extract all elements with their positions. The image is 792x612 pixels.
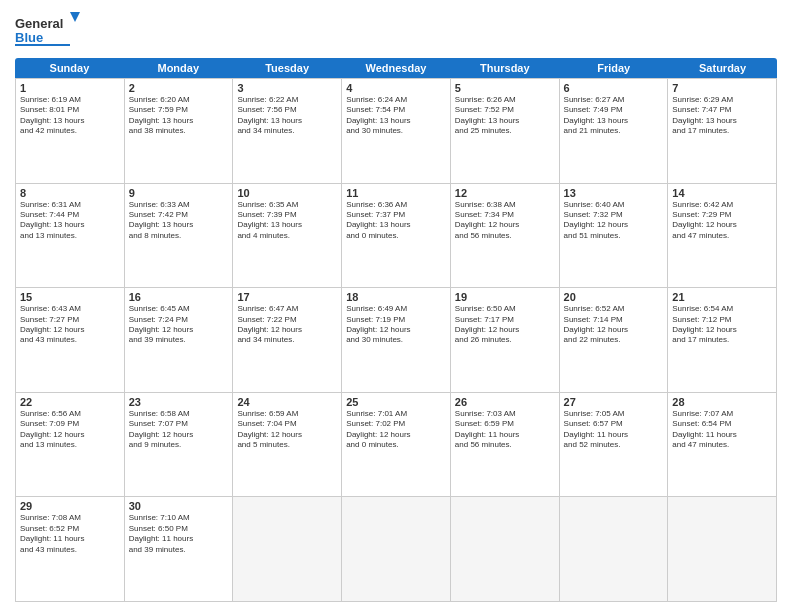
header-day-monday: Monday bbox=[124, 58, 233, 78]
cal-cell: 29Sunrise: 7:08 AMSunset: 6:52 PMDayligh… bbox=[16, 497, 125, 601]
cal-cell: 14Sunrise: 6:42 AMSunset: 7:29 PMDayligh… bbox=[668, 184, 777, 288]
day-number: 27 bbox=[564, 396, 664, 408]
cell-info: Sunrise: 6:50 AMSunset: 7:17 PMDaylight:… bbox=[455, 304, 555, 346]
day-number: 8 bbox=[20, 187, 120, 199]
day-number: 9 bbox=[129, 187, 229, 199]
cell-info: Sunrise: 6:47 AMSunset: 7:22 PMDaylight:… bbox=[237, 304, 337, 346]
logo: General Blue bbox=[15, 10, 95, 52]
cal-cell: 30Sunrise: 7:10 AMSunset: 6:50 PMDayligh… bbox=[125, 497, 234, 601]
cell-info: Sunrise: 6:33 AMSunset: 7:42 PMDaylight:… bbox=[129, 200, 229, 242]
cal-cell: 9Sunrise: 6:33 AMSunset: 7:42 PMDaylight… bbox=[125, 184, 234, 288]
cell-info: Sunrise: 6:43 AMSunset: 7:27 PMDaylight:… bbox=[20, 304, 120, 346]
cal-cell: 21Sunrise: 6:54 AMSunset: 7:12 PMDayligh… bbox=[668, 288, 777, 392]
cell-info: Sunrise: 6:45 AMSunset: 7:24 PMDaylight:… bbox=[129, 304, 229, 346]
cell-info: Sunrise: 6:36 AMSunset: 7:37 PMDaylight:… bbox=[346, 200, 446, 242]
cal-cell: 11Sunrise: 6:36 AMSunset: 7:37 PMDayligh… bbox=[342, 184, 451, 288]
cell-info: Sunrise: 7:01 AMSunset: 7:02 PMDaylight:… bbox=[346, 409, 446, 451]
cal-cell: 13Sunrise: 6:40 AMSunset: 7:32 PMDayligh… bbox=[560, 184, 669, 288]
cell-info: Sunrise: 7:07 AMSunset: 6:54 PMDaylight:… bbox=[672, 409, 772, 451]
calendar: SundayMondayTuesdayWednesdayThursdayFrid… bbox=[15, 58, 777, 602]
cell-info: Sunrise: 6:20 AMSunset: 7:59 PMDaylight:… bbox=[129, 95, 229, 137]
header-day-friday: Friday bbox=[559, 58, 668, 78]
day-number: 30 bbox=[129, 500, 229, 512]
cal-cell: 24Sunrise: 6:59 AMSunset: 7:04 PMDayligh… bbox=[233, 393, 342, 497]
day-number: 4 bbox=[346, 82, 446, 94]
cal-cell: 19Sunrise: 6:50 AMSunset: 7:17 PMDayligh… bbox=[451, 288, 560, 392]
cal-cell: 20Sunrise: 6:52 AMSunset: 7:14 PMDayligh… bbox=[560, 288, 669, 392]
cal-cell: 8Sunrise: 6:31 AMSunset: 7:44 PMDaylight… bbox=[16, 184, 125, 288]
cell-info: Sunrise: 6:49 AMSunset: 7:19 PMDaylight:… bbox=[346, 304, 446, 346]
cell-info: Sunrise: 6:42 AMSunset: 7:29 PMDaylight:… bbox=[672, 200, 772, 242]
cal-cell bbox=[233, 497, 342, 601]
page: General Blue SundayMondayTuesdayWednesda… bbox=[0, 0, 792, 612]
cell-info: Sunrise: 6:38 AMSunset: 7:34 PMDaylight:… bbox=[455, 200, 555, 242]
week-row-0: 1Sunrise: 6:19 AMSunset: 8:01 PMDaylight… bbox=[16, 78, 777, 183]
cell-info: Sunrise: 6:35 AMSunset: 7:39 PMDaylight:… bbox=[237, 200, 337, 242]
cal-cell: 7Sunrise: 6:29 AMSunset: 7:47 PMDaylight… bbox=[668, 79, 777, 183]
cell-info: Sunrise: 7:10 AMSunset: 6:50 PMDaylight:… bbox=[129, 513, 229, 555]
day-number: 20 bbox=[564, 291, 664, 303]
cal-cell bbox=[451, 497, 560, 601]
cell-info: Sunrise: 7:05 AMSunset: 6:57 PMDaylight:… bbox=[564, 409, 664, 451]
day-number: 3 bbox=[237, 82, 337, 94]
week-row-4: 29Sunrise: 7:08 AMSunset: 6:52 PMDayligh… bbox=[16, 496, 777, 601]
day-number: 17 bbox=[237, 291, 337, 303]
cell-info: Sunrise: 6:52 AMSunset: 7:14 PMDaylight:… bbox=[564, 304, 664, 346]
day-number: 18 bbox=[346, 291, 446, 303]
week-row-3: 22Sunrise: 6:56 AMSunset: 7:09 PMDayligh… bbox=[16, 392, 777, 497]
header: General Blue bbox=[15, 10, 777, 52]
cal-cell bbox=[668, 497, 777, 601]
cell-info: Sunrise: 6:26 AMSunset: 7:52 PMDaylight:… bbox=[455, 95, 555, 137]
cal-cell: 27Sunrise: 7:05 AMSunset: 6:57 PMDayligh… bbox=[560, 393, 669, 497]
week-row-2: 15Sunrise: 6:43 AMSunset: 7:27 PMDayligh… bbox=[16, 287, 777, 392]
day-number: 13 bbox=[564, 187, 664, 199]
cell-info: Sunrise: 7:03 AMSunset: 6:59 PMDaylight:… bbox=[455, 409, 555, 451]
header-day-sunday: Sunday bbox=[15, 58, 124, 78]
day-number: 6 bbox=[564, 82, 664, 94]
week-row-1: 8Sunrise: 6:31 AMSunset: 7:44 PMDaylight… bbox=[16, 183, 777, 288]
day-number: 26 bbox=[455, 396, 555, 408]
day-number: 19 bbox=[455, 291, 555, 303]
header-day-tuesday: Tuesday bbox=[233, 58, 342, 78]
svg-text:Blue: Blue bbox=[15, 30, 43, 45]
logo-svg: General Blue bbox=[15, 10, 95, 52]
cell-info: Sunrise: 6:31 AMSunset: 7:44 PMDaylight:… bbox=[20, 200, 120, 242]
day-number: 5 bbox=[455, 82, 555, 94]
day-number: 29 bbox=[20, 500, 120, 512]
cal-cell: 16Sunrise: 6:45 AMSunset: 7:24 PMDayligh… bbox=[125, 288, 234, 392]
cell-info: Sunrise: 6:56 AMSunset: 7:09 PMDaylight:… bbox=[20, 409, 120, 451]
cal-cell: 25Sunrise: 7:01 AMSunset: 7:02 PMDayligh… bbox=[342, 393, 451, 497]
cal-cell: 28Sunrise: 7:07 AMSunset: 6:54 PMDayligh… bbox=[668, 393, 777, 497]
cal-cell: 18Sunrise: 6:49 AMSunset: 7:19 PMDayligh… bbox=[342, 288, 451, 392]
cell-info: Sunrise: 6:58 AMSunset: 7:07 PMDaylight:… bbox=[129, 409, 229, 451]
cell-info: Sunrise: 6:54 AMSunset: 7:12 PMDaylight:… bbox=[672, 304, 772, 346]
cal-cell: 15Sunrise: 6:43 AMSunset: 7:27 PMDayligh… bbox=[16, 288, 125, 392]
cal-cell bbox=[560, 497, 669, 601]
cal-cell: 3Sunrise: 6:22 AMSunset: 7:56 PMDaylight… bbox=[233, 79, 342, 183]
calendar-header: SundayMondayTuesdayWednesdayThursdayFrid… bbox=[15, 58, 777, 78]
day-number: 12 bbox=[455, 187, 555, 199]
day-number: 15 bbox=[20, 291, 120, 303]
cell-info: Sunrise: 6:24 AMSunset: 7:54 PMDaylight:… bbox=[346, 95, 446, 137]
cell-info: Sunrise: 6:19 AMSunset: 8:01 PMDaylight:… bbox=[20, 95, 120, 137]
cal-cell bbox=[342, 497, 451, 601]
cal-cell: 1Sunrise: 6:19 AMSunset: 8:01 PMDaylight… bbox=[16, 79, 125, 183]
day-number: 11 bbox=[346, 187, 446, 199]
day-number: 21 bbox=[672, 291, 772, 303]
cal-cell: 26Sunrise: 7:03 AMSunset: 6:59 PMDayligh… bbox=[451, 393, 560, 497]
day-number: 10 bbox=[237, 187, 337, 199]
cell-info: Sunrise: 6:29 AMSunset: 7:47 PMDaylight:… bbox=[672, 95, 772, 137]
cal-cell: 2Sunrise: 6:20 AMSunset: 7:59 PMDaylight… bbox=[125, 79, 234, 183]
header-day-thursday: Thursday bbox=[450, 58, 559, 78]
cal-cell: 17Sunrise: 6:47 AMSunset: 7:22 PMDayligh… bbox=[233, 288, 342, 392]
cal-cell: 10Sunrise: 6:35 AMSunset: 7:39 PMDayligh… bbox=[233, 184, 342, 288]
cal-cell: 5Sunrise: 6:26 AMSunset: 7:52 PMDaylight… bbox=[451, 79, 560, 183]
cal-cell: 4Sunrise: 6:24 AMSunset: 7:54 PMDaylight… bbox=[342, 79, 451, 183]
day-number: 16 bbox=[129, 291, 229, 303]
cell-info: Sunrise: 6:40 AMSunset: 7:32 PMDaylight:… bbox=[564, 200, 664, 242]
day-number: 23 bbox=[129, 396, 229, 408]
header-day-wednesday: Wednesday bbox=[342, 58, 451, 78]
cal-cell: 22Sunrise: 6:56 AMSunset: 7:09 PMDayligh… bbox=[16, 393, 125, 497]
cell-info: Sunrise: 6:22 AMSunset: 7:56 PMDaylight:… bbox=[237, 95, 337, 137]
day-number: 7 bbox=[672, 82, 772, 94]
